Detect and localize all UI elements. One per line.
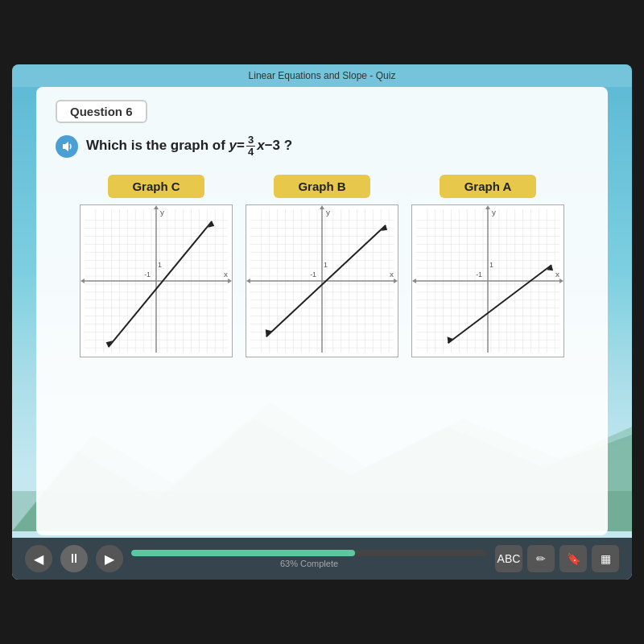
fraction: 34 bbox=[246, 134, 255, 159]
quiz-container: Question 6 Which is the graph of y=34x−3… bbox=[36, 87, 608, 535]
svg-marker-45 bbox=[154, 205, 159, 209]
graph-b-label[interactable]: Graph B bbox=[274, 175, 370, 198]
svg-marker-46 bbox=[80, 279, 85, 283]
title-bar: Linear Equations and Slope - Quiz bbox=[12, 64, 632, 87]
svg-text:y: y bbox=[326, 207, 330, 216]
svg-text:x: x bbox=[555, 270, 559, 279]
bookmark-button[interactable]: 🔖 bbox=[559, 545, 587, 572]
question-badge: Question 6 bbox=[56, 100, 147, 123]
next-button[interactable]: ▶ bbox=[96, 545, 123, 572]
graph-b-item[interactable]: Graph B bbox=[246, 175, 398, 357]
abc-button[interactable]: ABC bbox=[495, 545, 522, 572]
svg-text:x: x bbox=[390, 270, 394, 279]
svg-marker-137 bbox=[485, 205, 490, 209]
calc-button[interactable]: ▦ bbox=[592, 545, 619, 572]
equation-text: Which is the graph of y=34x−3 ? bbox=[86, 134, 292, 159]
progress-container: 63% Complete bbox=[131, 550, 487, 568]
bottom-bar: ◀ ⏸ ▶ 63% Complete ABC ✏ 🔖 ▦ bbox=[12, 538, 632, 580]
graph-c-svg: x y -1 1 bbox=[80, 205, 232, 357]
svg-text:1: 1 bbox=[158, 261, 162, 269]
prev-button[interactable]: ◀ bbox=[25, 545, 52, 572]
svg-text:-1: -1 bbox=[310, 270, 316, 279]
graph-c-label[interactable]: Graph C bbox=[108, 175, 204, 198]
svg-text:-1: -1 bbox=[476, 270, 482, 279]
graph-b-svg: x y -1 1 bbox=[246, 205, 398, 357]
graph-a-box[interactable]: x y -1 1 bbox=[411, 204, 564, 357]
pause-button[interactable]: ⏸ bbox=[60, 545, 88, 572]
tool-buttons: ABC ✏ 🔖 ▦ bbox=[495, 545, 619, 572]
svg-marker-91 bbox=[320, 205, 324, 209]
screen-bezel: Linear Equations and Slope - Quiz Questi… bbox=[12, 64, 632, 580]
graph-a-svg: x y -1 1 bbox=[412, 205, 564, 357]
svg-marker-136 bbox=[559, 279, 564, 283]
graph-c-item[interactable]: Graph C bbox=[80, 175, 233, 357]
title-bar-text: Linear Equations and Slope - Quiz bbox=[249, 70, 396, 81]
pencil-button[interactable]: ✏ bbox=[527, 545, 555, 572]
graph-c-box[interactable]: x y -1 1 bbox=[80, 204, 233, 357]
graph-a-item[interactable]: Graph A bbox=[411, 175, 564, 357]
progress-bar-fill bbox=[131, 550, 355, 556]
svg-text:1: 1 bbox=[489, 261, 493, 269]
svg-text:-1: -1 bbox=[144, 270, 151, 279]
svg-text:y: y bbox=[492, 207, 496, 216]
speaker-icon[interactable] bbox=[56, 135, 78, 158]
svg-marker-92 bbox=[246, 279, 250, 283]
graph-b-box[interactable]: x y -1 1 bbox=[246, 204, 398, 357]
svg-marker-3 bbox=[63, 142, 68, 151]
graphs-row: Graph C bbox=[56, 175, 588, 357]
svg-marker-138 bbox=[412, 279, 416, 283]
svg-marker-90 bbox=[394, 279, 398, 283]
svg-marker-44 bbox=[228, 279, 232, 283]
progress-text: 63% Complete bbox=[280, 559, 338, 568]
graph-a-label[interactable]: Graph A bbox=[440, 175, 536, 198]
svg-text:1: 1 bbox=[324, 261, 328, 269]
progress-bar-background bbox=[131, 550, 487, 556]
svg-text:y: y bbox=[160, 207, 164, 216]
svg-text:x: x bbox=[224, 270, 228, 279]
question-text: Which is the graph of y=34x−3 ? bbox=[56, 134, 588, 159]
svg-line-139 bbox=[448, 265, 552, 343]
